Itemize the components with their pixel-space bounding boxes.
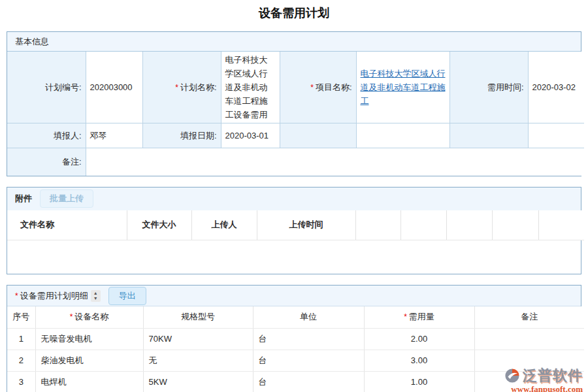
cell-required-qty: 2.00 <box>364 328 474 350</box>
batch-upload-button[interactable]: 批量上传 <box>40 189 93 208</box>
form-row-2: 填报人: 邓琴 填报日期: 2020-03-01 <box>7 123 584 148</box>
remark-label: 备注: <box>62 157 82 167</box>
fill-date-label: 填报日期: <box>180 131 217 140</box>
cell-equipment-name: 无噪音发电机 <box>35 328 143 350</box>
detail-header-row: 序号 *设备名称 规格型号 单位 *需用量 备注 <box>7 306 584 328</box>
required-asterisk: * <box>70 312 73 321</box>
table-row: 1 无噪音发电机 70KW 台 2.00 <box>7 328 584 350</box>
col-equipment-name-label: 设备名称 <box>74 312 108 321</box>
need-time-label-cell: 需用时间: <box>449 52 528 123</box>
form-row-1: 计划编号: 202003000 *计划名称: 电子科技大学区域人行道及非机动车道… <box>7 52 584 123</box>
basic-info-form: 计划编号: 202003000 *计划名称: 电子科技大学区域人行道及非机动车道… <box>7 52 584 176</box>
detail-table: 序号 *设备名称 规格型号 单位 *需用量 备注 1 无噪音发电机 70KW 台… <box>7 306 584 392</box>
fill-date-label-cell: 填报日期: <box>142 123 221 148</box>
cell-spec-model: 无 <box>143 350 253 371</box>
col-seq: 序号 <box>7 306 35 328</box>
need-time-label: 需用时间: <box>487 82 524 92</box>
cell-spec-model: 70KW <box>143 328 253 350</box>
cell-equipment-name: 电焊机 <box>35 371 143 392</box>
basic-info-section: 基本信息 计划编号: 202003000 *计划名称: 电子科技大学区域人行道及… <box>7 31 581 176</box>
attachments-table: 文件名称 文件大小 上传人 上传时间 <box>7 210 584 241</box>
cell-unit: 台 <box>253 371 364 392</box>
project-name-label-cell: *项目名称: <box>280 52 356 123</box>
page: 设备需用计划 基本信息 计划编号: 202003000 *计划名称: 电子科技大… <box>0 5 588 392</box>
cell-seq: 2 <box>7 350 35 371</box>
page-title: 设备需用计划 <box>0 5 588 21</box>
sort-up-icon: ▲ <box>93 291 98 296</box>
sort-down-icon: ▼ <box>93 296 98 301</box>
cell-unit: 台 <box>253 328 364 350</box>
detail-header: * 设备需用计划明细 ▲ ▼ 导出 <box>7 286 581 306</box>
remark-value <box>86 148 584 176</box>
plan-name-label: 计划名称: <box>180 82 217 92</box>
empty-value-cell <box>356 123 449 148</box>
need-time-value: 2020-03-02 <box>528 52 584 123</box>
cell-unit: 台 <box>253 350 364 371</box>
empty-label-cell <box>449 123 528 148</box>
col-remark: 备注 <box>474 306 584 328</box>
table-row: 2 柴油发电机 无 台 3.00 <box>7 350 584 371</box>
attachments-empty-body <box>7 240 581 274</box>
cell-equipment-name: 柴油发电机 <box>35 350 143 371</box>
form-row-remark: 备注: <box>7 148 584 176</box>
detail-section: * 设备需用计划明细 ▲ ▼ 导出 序号 *设备名称 规格型号 单位 *需用量 … <box>7 285 581 392</box>
required-asterisk: * <box>404 312 407 321</box>
col-file-name: 文件名称 <box>7 210 127 240</box>
cell-remark <box>474 350 584 371</box>
attachments-title: 附件 <box>15 193 32 204</box>
project-name-link[interactable]: 电子科技大学区域人行道及非机动车道工程施工 <box>361 67 446 108</box>
attachments-header: 附件 批量上传 <box>7 188 581 210</box>
plan-no-label: 计划编号: <box>45 82 82 92</box>
plan-no-value: 202003000 <box>86 52 142 123</box>
attachments-header-row: 文件名称 文件大小 上传人 上传时间 <box>7 210 584 240</box>
col-empty <box>400 210 446 240</box>
cell-spec-model: 5KW <box>143 371 253 392</box>
basic-info-header: 基本信息 <box>7 32 581 52</box>
basic-info-title: 基本信息 <box>15 36 49 48</box>
required-asterisk: * <box>310 83 314 92</box>
export-button[interactable]: 导出 <box>108 287 146 305</box>
col-uploader: 上传人 <box>191 210 257 240</box>
cell-required-qty: 3.00 <box>364 350 474 371</box>
plan-no-label-cell: 计划编号: <box>7 52 86 123</box>
project-name-label: 项目名称: <box>316 82 352 92</box>
empty-label-cell <box>280 123 356 148</box>
col-empty <box>492 210 538 240</box>
col-unit: 单位 <box>253 306 364 328</box>
cell-remark <box>474 328 584 350</box>
table-row: 3 电焊机 5KW 台 1.00 <box>7 371 584 392</box>
col-upload-time: 上传时间 <box>257 210 355 240</box>
sort-icon[interactable]: ▲ ▼ <box>91 290 101 302</box>
empty-value-cell <box>528 123 584 148</box>
col-empty <box>355 210 400 240</box>
fill-date-value: 2020-03-01 <box>221 123 280 148</box>
col-required-qty-label: 需用量 <box>409 312 434 321</box>
col-empty <box>538 210 584 240</box>
col-empty <box>446 210 492 240</box>
cell-seq: 3 <box>7 371 35 392</box>
attachments-section: 附件 批量上传 文件名称 文件大小 上传人 上传时间 <box>7 187 581 275</box>
col-required-qty: *需用量 <box>364 306 474 328</box>
project-name-cell: 电子科技大学区域人行道及非机动车道工程施工 <box>356 52 449 123</box>
col-equipment-name: *设备名称 <box>35 306 143 328</box>
required-asterisk: * <box>175 83 178 92</box>
required-asterisk: * <box>15 291 18 301</box>
filler-label: 填报人: <box>54 131 82 140</box>
detail-title: 设备需用计划明细 <box>20 290 88 302</box>
filler-label-cell: 填报人: <box>7 123 86 148</box>
col-file-size: 文件大小 <box>127 210 191 240</box>
remark-label-cell: 备注: <box>7 148 86 176</box>
plan-name-value: 电子科技大学区域人行道及非机动车道工程施工设备需用 <box>221 52 280 123</box>
cell-seq: 1 <box>7 328 35 350</box>
col-spec-model: 规格型号 <box>143 306 253 328</box>
cell-required-qty: 1.00 <box>364 371 474 392</box>
cell-remark <box>474 371 584 392</box>
plan-name-label-cell: *计划名称: <box>142 52 221 123</box>
filler-value: 邓琴 <box>86 123 142 148</box>
